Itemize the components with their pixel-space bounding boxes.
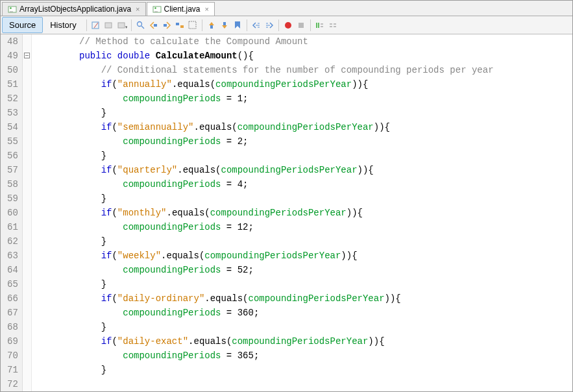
line-number: 68 xyxy=(7,320,18,334)
line-number: 61 xyxy=(7,220,18,234)
start-macro-icon[interactable] xyxy=(282,19,294,31)
shift-right-icon[interactable] xyxy=(263,19,275,31)
svg-rect-6 xyxy=(118,23,125,28)
separator xyxy=(86,19,87,31)
code-line[interactable]: } xyxy=(36,191,572,206)
code-line[interactable]: if("semiannually".equals(compoundingPeri… xyxy=(36,120,572,134)
svg-point-1 xyxy=(10,7,11,8)
code-line[interactable]: compoundingPeriods = 360; xyxy=(36,306,572,320)
code-line[interactable]: compoundingPeriods = 4; xyxy=(36,177,572,191)
code-line[interactable]: } xyxy=(36,320,572,334)
line-number: 67 xyxy=(7,306,18,320)
code-line[interactable]: if("weekly".equals(compoundingPeriodsPer… xyxy=(36,249,572,263)
svg-rect-10 xyxy=(164,24,167,27)
code-editor[interactable]: 4849505152535455565758596061626364656667… xyxy=(1,34,572,391)
editor-toolbar: Source History ▾ xyxy=(1,16,572,34)
code-line[interactable]: } xyxy=(36,106,572,120)
line-number: 53 xyxy=(7,106,18,120)
line-number: 52 xyxy=(7,92,18,106)
line-number: 72 xyxy=(7,377,18,391)
code-line[interactable]: } xyxy=(36,363,572,377)
line-number: 58 xyxy=(7,177,18,191)
svg-rect-14 xyxy=(210,25,213,29)
tab-label: ArrayListObjectsApplication.java xyxy=(19,5,131,14)
code-line[interactable]: compoundingPeriods = 1; xyxy=(36,92,572,106)
java-class-icon xyxy=(152,5,162,14)
code-line[interactable]: } xyxy=(36,277,572,291)
line-number-gutter: 4849505152535455565758596061626364656667… xyxy=(1,34,23,391)
fold-column[interactable] xyxy=(23,34,32,391)
line-number: 60 xyxy=(7,206,18,220)
line-number: 59 xyxy=(7,191,18,206)
svg-rect-15 xyxy=(223,22,226,25)
next-bookmark-icon[interactable] xyxy=(219,19,230,31)
code-area[interactable]: // Method to calculate the Compound Amou… xyxy=(32,34,572,391)
code-line[interactable]: if("monthly".equals(compoundingPeriodsPe… xyxy=(36,206,572,220)
code-line[interactable]: public double CalculateAmount(){ xyxy=(36,49,572,63)
editor-tabs: ArrayListObjectsApplication.java × Clien… xyxy=(1,1,572,16)
back-icon[interactable] xyxy=(103,19,115,31)
shift-left-icon[interactable] xyxy=(250,19,262,31)
svg-rect-11 xyxy=(176,23,179,25)
code-line[interactable]: if("quarterly".equals(compoundingPeriods… xyxy=(36,163,572,177)
toggle-bookmark-icon[interactable] xyxy=(232,19,243,31)
line-number: 66 xyxy=(7,291,18,306)
tab-arraylist[interactable]: ArrayListObjectsApplication.java × xyxy=(2,2,146,16)
line-number: 57 xyxy=(7,163,18,177)
fold-toggle-icon[interactable] xyxy=(24,53,30,58)
line-number: 48 xyxy=(7,34,18,49)
find-prev-icon[interactable] xyxy=(148,19,160,31)
java-class-icon xyxy=(8,5,17,14)
find-next-icon[interactable] xyxy=(161,19,173,31)
line-number: 51 xyxy=(7,77,18,92)
close-icon[interactable]: × xyxy=(205,5,209,13)
line-number: 63 xyxy=(7,249,18,263)
separator xyxy=(202,19,202,31)
stop-macro-icon[interactable] xyxy=(295,19,307,31)
code-line[interactable]: compoundingPeriods = 365; xyxy=(36,349,572,363)
toggle-rect-select-icon[interactable] xyxy=(187,19,199,31)
source-view-button[interactable]: Source xyxy=(2,17,43,33)
line-number: 49 xyxy=(7,49,18,63)
svg-rect-9 xyxy=(154,24,157,27)
line-number: 62 xyxy=(7,234,18,249)
code-line[interactable] xyxy=(36,377,572,391)
svg-rect-12 xyxy=(180,25,184,28)
line-number: 64 xyxy=(7,263,18,277)
uncomment-icon[interactable] xyxy=(327,19,339,31)
line-number: 54 xyxy=(7,120,18,134)
history-view-button[interactable]: History xyxy=(43,17,83,33)
code-line[interactable]: compoundingPeriods = 2; xyxy=(36,134,572,149)
forward-icon[interactable]: ▾ xyxy=(116,19,128,31)
code-line[interactable]: compoundingPeriods = 52; xyxy=(36,263,572,277)
tab-label: Client.java xyxy=(164,5,201,14)
last-edit-icon[interactable] xyxy=(90,19,102,31)
separator xyxy=(278,19,279,31)
toggle-highlight-icon[interactable] xyxy=(174,19,186,31)
line-number: 71 xyxy=(7,363,18,377)
tab-client[interactable]: Client.java × xyxy=(147,2,215,16)
comment-icon[interactable] xyxy=(314,19,326,31)
svg-rect-13 xyxy=(189,21,196,29)
line-number: 56 xyxy=(7,149,18,163)
find-selection-icon[interactable] xyxy=(135,19,147,31)
svg-point-3 xyxy=(154,7,156,8)
prev-bookmark-icon[interactable] xyxy=(206,19,217,31)
code-line[interactable]: if("daily-exact".equals(compoundingPerio… xyxy=(36,334,572,349)
code-line[interactable]: } xyxy=(36,149,572,163)
svg-rect-5 xyxy=(105,23,112,28)
svg-rect-18 xyxy=(299,23,304,28)
code-line[interactable]: // Conditional statements for the number… xyxy=(36,63,572,77)
close-icon[interactable]: × xyxy=(136,5,140,13)
code-line[interactable]: compoundingPeriods = 12; xyxy=(36,220,572,234)
line-number: 65 xyxy=(7,277,18,291)
code-line[interactable]: if("annually".equals(compoundingPeriodsP… xyxy=(36,77,572,92)
code-line[interactable]: } xyxy=(36,234,572,249)
separator xyxy=(247,19,247,31)
code-line[interactable]: if("daily-ordinary".equals(compoundingPe… xyxy=(36,291,572,306)
svg-point-17 xyxy=(285,22,291,29)
line-number: 69 xyxy=(7,334,18,349)
separator xyxy=(310,19,311,31)
line-number: 55 xyxy=(7,134,18,149)
code-line[interactable]: // Method to calculate the Compound Amou… xyxy=(36,34,572,49)
